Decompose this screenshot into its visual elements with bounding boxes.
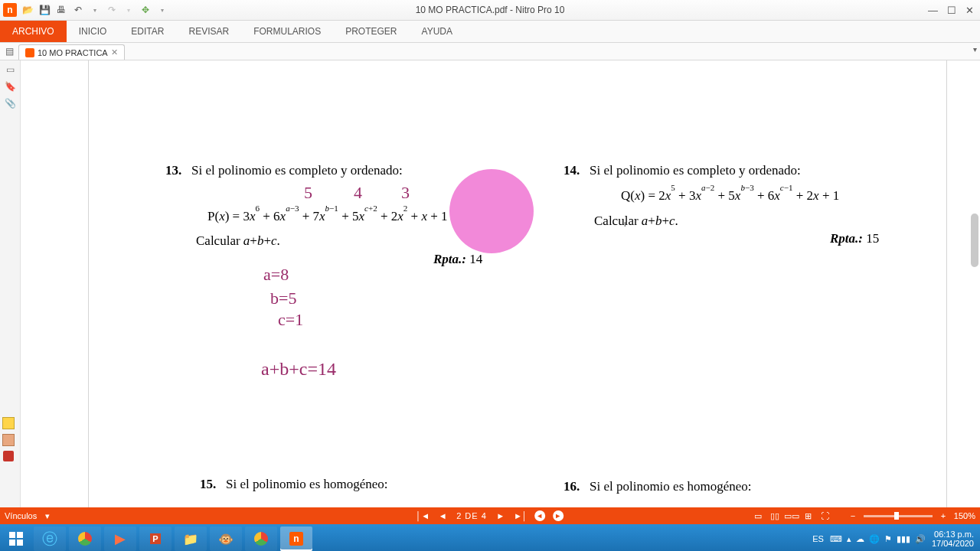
p13-polynomial: P(x) = 3x6 + 6xa−3 + 7xb−1 + 5xc+2 + 2x2… (207, 206, 448, 227)
p15-prompt: Si el polinomio es homogéneo: (226, 477, 388, 491)
p13-sol-a: a=8 (263, 265, 289, 285)
undo-dd-icon[interactable]: ▾ (89, 4, 101, 16)
minimize-button[interactable]: — (928, 5, 938, 16)
print-icon[interactable]: 🖶 (55, 4, 67, 16)
attachments-panel-icon[interactable]: 📎 (4, 97, 16, 109)
note-icon[interactable] (2, 417, 15, 429)
document-tab-close-icon[interactable]: ✕ (111, 47, 118, 57)
pdf-mini-icon (25, 48, 34, 57)
annotation-circle[interactable] (449, 169, 534, 253)
close-button[interactable]: ✕ (965, 5, 974, 16)
maximize-button[interactable]: ☐ (947, 5, 956, 16)
title-bar: n 📂 💾 🖶 ↶ ▾ ↷ ▾ ✥ ▾ 10 MO PRACTICA.pdf -… (0, 0, 980, 21)
clipboard-icon[interactable] (2, 434, 15, 446)
tray-clock[interactable]: 06:13 p.m. 17/04/2020 (932, 530, 974, 548)
view-facing-icon[interactable]: ▭▭ (786, 510, 798, 522)
tab-overflow-icon[interactable]: ▾ (973, 45, 977, 54)
p13-sol-b: b=5 (270, 289, 296, 308)
open-icon[interactable]: 📂 (21, 4, 34, 16)
page-indicator: 2 DE 4 (456, 511, 487, 520)
redo-icon[interactable]: ↷ (106, 4, 118, 16)
view-continuous-icon[interactable]: ▯▯ (769, 510, 781, 522)
zoom-out-button[interactable]: − (847, 510, 859, 522)
tab-editar[interactable]: EDITAR (119, 21, 176, 42)
signature-icon[interactable] (3, 451, 14, 461)
p13-calc: Calcular a+b+c. (196, 230, 280, 251)
zoom-in-button[interactable]: + (937, 510, 949, 522)
bookmarks-panel-icon[interactable]: 🔖 (4, 80, 16, 93)
first-page-button[interactable]: │◄ (416, 510, 429, 522)
keyboard-icon[interactable]: ⌨ (830, 534, 842, 544)
tab-formularios[interactable]: FORMULARIOS (241, 21, 333, 42)
prev-page-button[interactable]: ◄ (436, 510, 449, 522)
zoom-thumb[interactable] (894, 512, 899, 520)
p13-answer: Rpta.: 14 (433, 249, 482, 269)
doc-tab-list-icon[interactable]: ▤ (3, 45, 15, 57)
network-icon[interactable]: ▮▮▮ (897, 534, 910, 544)
gimp-icon: 🐵 (218, 532, 234, 546)
p14-number: 14. (564, 163, 580, 178)
tray-overflow-icon[interactable]: ▴ (847, 534, 851, 544)
tab-ayuda[interactable]: AYUDA (410, 21, 465, 42)
view-fullscreen-icon[interactable]: ⛶ (819, 510, 831, 522)
p13-sol-sum: a+b+c=14 (261, 359, 336, 380)
redo-dd-icon[interactable]: ▾ (122, 4, 135, 16)
chrome-icon (254, 532, 268, 546)
taskbar-chrome-1[interactable] (69, 527, 101, 551)
qat-more-icon[interactable]: ▾ (156, 4, 168, 16)
start-button[interactable] (0, 524, 32, 551)
next-page-button[interactable]: ► (495, 510, 507, 522)
tab-proteger[interactable]: PROTEGER (333, 21, 409, 42)
p13-overlay-exp-1: 5 (304, 183, 312, 203)
system-tray: ES ⌨ ▴ ☁ 🌐 ⚑ ▮▮▮ 🔊 06:13 p.m. 17/04/2020 (812, 530, 980, 548)
view-facing-cont-icon[interactable]: ⊞ (802, 510, 815, 522)
problem-14: 14. Si el polinomio es completo y ordena… (564, 160, 931, 181)
cloud-icon[interactable]: ☁ (856, 534, 864, 544)
status-links-dd-icon[interactable]: ▾ (41, 510, 54, 522)
taskbar-media[interactable]: ▶ (104, 527, 136, 551)
undo-icon[interactable]: ↶ (72, 4, 84, 16)
pdf-viewer[interactable]: 13. Si el polinomio es completo y ordena… (21, 60, 980, 507)
taskbar-explorer[interactable]: 📁 (175, 527, 207, 551)
problem-16: 16. Si el polinomio es homogéneo: (564, 476, 931, 497)
tray-lang[interactable]: ES (812, 534, 824, 543)
vertical-scrollbar-thumb[interactable] (971, 214, 978, 267)
action-center-icon[interactable]: ⚑ (884, 534, 892, 544)
p13-prompt: Si el polinomio es completo y ordenado: (191, 163, 403, 178)
p14-prompt: Si el polinomio es completo y ordenado: (590, 163, 801, 178)
taskbar-chrome-2[interactable] (245, 527, 277, 551)
taskbar-ie[interactable]: ⓔ (34, 527, 66, 551)
tab-inicio[interactable]: INICIO (67, 21, 119, 42)
globe-icon[interactable]: 🌐 (869, 534, 880, 544)
tray-date: 17/04/2020 (932, 539, 974, 548)
app-logo-icon: n (3, 3, 17, 17)
pdf-page: 13. Si el polinomio es completo y ordena… (88, 60, 947, 507)
tray-time: 06:13 p.m. (932, 530, 974, 539)
p13-overlay-exp-3: 3 (401, 183, 410, 203)
status-bar: Vínculos ▾ │◄ ◄ 2 DE 4 ► ►│ ◄ ► ▭ ▯▯ ▭▭ … (0, 507, 980, 524)
p13-rpta-value: 14 (469, 252, 482, 266)
save-icon[interactable]: 💾 (38, 4, 51, 16)
zoom-value[interactable]: 150% (954, 511, 975, 520)
zoom-slider[interactable] (864, 515, 933, 517)
pages-panel-icon[interactable]: ▭ (4, 64, 16, 76)
tab-archivo[interactable]: ARCHIVO (0, 21, 67, 42)
p15-number: 15. (200, 477, 216, 491)
taskbar-powerpoint[interactable]: P (139, 527, 172, 551)
p13-rpta-label: Rpta.: (433, 252, 466, 266)
p13-overlay-exp-2: 4 (354, 183, 362, 203)
nav-back-button[interactable]: ◄ (534, 510, 545, 521)
last-page-button[interactable]: ►│ (514, 510, 527, 522)
volume-icon[interactable]: 🔊 (915, 534, 926, 544)
document-tab[interactable]: 10 MO PRACTICA ✕ (18, 44, 125, 60)
tab-revisar[interactable]: REVISAR (176, 21, 241, 42)
window-title: 10 MO PRACTICA.pdf - Nitro Pro 10 (416, 5, 565, 15)
tool-icon[interactable]: ✥ (139, 4, 152, 16)
document-tab-strip: ▤ 10 MO PRACTICA ✕ ▾ (0, 43, 980, 60)
view-single-icon[interactable]: ▭ (752, 510, 764, 522)
powerpoint-icon: P (150, 533, 160, 544)
taskbar-nitro[interactable]: n (280, 527, 312, 551)
taskbar-gimp[interactable]: 🐵 (210, 527, 242, 551)
p14-rpta-value: 15 (866, 231, 879, 246)
nav-fwd-button[interactable]: ► (553, 510, 564, 521)
